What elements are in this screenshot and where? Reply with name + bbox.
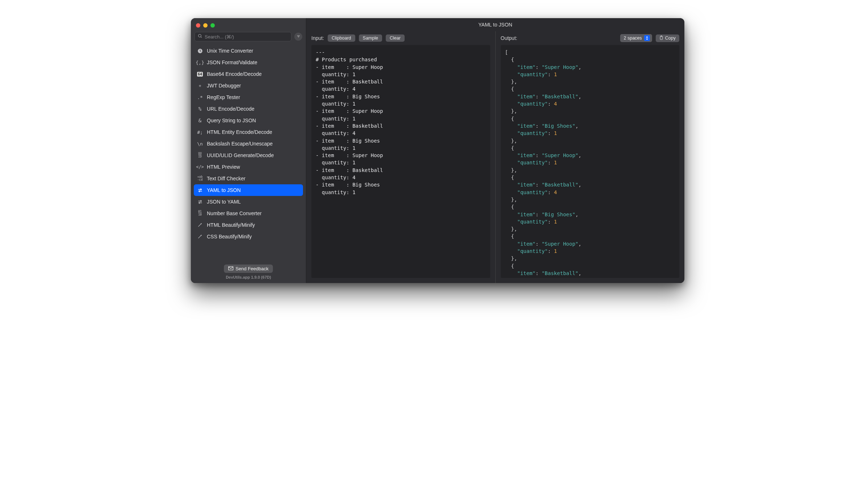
sidebar-item-unix-time-converter[interactable]: Unix Time Converter [194, 45, 303, 57]
sidebar-item-label: HTML Entity Encode/Decode [207, 129, 272, 135]
sidebar-item-label: HTML Beautify/Minify [207, 222, 255, 228]
sidebar-item-json-to-yaml[interactable]: JSON to YAML [194, 196, 303, 208]
zoom-window-button[interactable] [210, 23, 215, 28]
sidebar-item-label: YAML to JSON [207, 187, 241, 193]
b64-icon: 64 [197, 71, 203, 77]
main-area: YAML to JSON Input: Clipboard Sample Cle… [306, 18, 684, 283]
jwt-icon: ✳︎ [197, 82, 203, 89]
sidebar-item-label: UUID/ULID Generate/Decode [207, 152, 274, 158]
sidebar-item-label: Query String to JSON [207, 118, 256, 123]
minimize-window-button[interactable] [203, 23, 208, 28]
window-controls [191, 18, 306, 30]
title-bar: YAML to JSON [306, 18, 684, 31]
sidebar-item-label: Text Diff Checker [207, 176, 245, 181]
sidebar-item-jwt-debugger[interactable]: ✳︎JWT Debugger [194, 80, 303, 91]
sample-button[interactable]: Sample [359, 34, 382, 42]
hash-icon: #; [197, 129, 203, 135]
app-window: Unix Time Converter{,}JSON Format/Valida… [191, 18, 684, 283]
regex-icon: .* [197, 94, 203, 101]
input-editor[interactable]: --- # Products purchased - item : Super … [311, 45, 490, 278]
swap-icon [197, 187, 203, 193]
sidebar-item-label: JSON to YAML [207, 199, 241, 205]
sidebar-item-backslash-escape-unescape[interactable]: \nBackslash Escape/Unescape [194, 138, 303, 149]
send-feedback-button[interactable]: Send Feedback [224, 265, 273, 273]
sidebar-item-label: Base64 Encode/Decode [207, 71, 262, 77]
sidebar: Unix Time Converter{,}JSON Format/Valida… [191, 18, 306, 283]
input-label: Input: [311, 35, 324, 41]
sidebar-item-url-encode-decode[interactable]: %URL Encode/Decode [194, 103, 303, 115]
sidebar-item-css-beautify-minify[interactable]: CSS Beautify/Minify [194, 231, 303, 242]
clear-button[interactable]: Clear [386, 34, 405, 42]
input-text[interactable]: --- # Products purchased - item : Super … [316, 49, 486, 196]
window-title: YAML to JSON [478, 22, 512, 28]
svg-line-1 [201, 37, 202, 38]
sidebar-item-number-base-converter[interactable]: 0110Number Base Converter [194, 208, 303, 219]
bslash-icon: \n [197, 140, 203, 147]
envelope-icon [228, 266, 233, 271]
sidebar-item-label: Number Base Converter [207, 210, 262, 216]
svg-point-0 [198, 34, 201, 37]
sidebar-item-text-diff-checker[interactable]: +ab-cdText Diff Checker [194, 173, 303, 184]
close-window-button[interactable] [196, 23, 200, 28]
sidebar-item-label: JWT Debugger [207, 83, 241, 89]
chevron-updown-icon [644, 35, 650, 41]
sidebar-item-label: JSON Format/Validate [207, 60, 257, 65]
wand-icon [197, 233, 203, 240]
tag-icon: </> [197, 164, 203, 170]
tool-list[interactable]: Unix Time Converter{,}JSON Format/Valida… [191, 45, 306, 262]
output-text: [ { "item": "Super Hoop", "quantity": 1 … [505, 49, 675, 278]
sidebar-item-label: Unix Time Converter [207, 48, 253, 54]
wand-icon [197, 222, 203, 228]
uuid-icon: UUID [197, 152, 203, 159]
sidebar-item-label: Backslash Escape/Unescape [207, 141, 273, 147]
indent-select-value: 2 spaces [624, 36, 642, 41]
output-label: Output: [501, 35, 517, 41]
diff-icon: +ab-cd [197, 175, 203, 182]
percent-icon: % [197, 106, 203, 112]
clipboard-button[interactable]: Clipboard [328, 34, 355, 42]
amp-icon: & [197, 117, 203, 124]
sidebar-item-query-string-to-json[interactable]: &Query String to JSON [194, 115, 303, 126]
input-pane: Input: Clipboard Sample Clear --- # Prod… [306, 31, 495, 283]
braces-icon: {,} [197, 59, 203, 66]
sidebar-item-label: URL Encode/Decode [207, 106, 254, 112]
output-viewer[interactable]: [ { "item": "Super Hoop", "quantity": 1 … [501, 45, 680, 278]
search-icon [198, 34, 202, 40]
clipboard-icon [659, 36, 663, 41]
sidebar-item-base64-encode-decode[interactable]: 64Base64 Encode/Decode [194, 68, 303, 80]
sidebar-item-label: HTML Preview [207, 164, 240, 170]
sidebar-item-uuid-ulid-generate-decode[interactable]: UUIDUUID/ULID Generate/Decode [194, 149, 303, 161]
send-feedback-label: Send Feedback [236, 266, 269, 271]
filter-button[interactable] [294, 33, 302, 41]
copy-button[interactable]: Copy [656, 34, 679, 42]
indent-select[interactable]: 2 spaces [620, 34, 652, 42]
sidebar-item-yaml-to-json[interactable]: YAML to JSON [194, 184, 303, 196]
bits-icon: 0110 [197, 210, 203, 217]
clock-icon [197, 48, 203, 54]
sidebar-item-label: CSS Beautify/Minify [207, 234, 252, 239]
sidebar-item-label: RegExp Tester [207, 94, 240, 100]
sidebar-item-html-preview[interactable]: </>HTML Preview [194, 161, 303, 173]
search-input[interactable] [205, 34, 288, 40]
app-version: DevUtils.app 1.9.0 (67D) [191, 275, 306, 279]
sidebar-item-html-beautify-minify[interactable]: HTML Beautify/Minify [194, 219, 303, 231]
copy-label: Copy [665, 36, 676, 41]
sidebar-item-html-entity-encode-decode[interactable]: #;HTML Entity Encode/Decode [194, 126, 303, 138]
search-input-wrapper[interactable] [195, 32, 291, 41]
filter-icon [296, 34, 300, 39]
sidebar-footer: Send Feedback DevUtils.app 1.9.0 (67D) [191, 262, 306, 283]
output-pane: Output: 2 spaces Copy [495, 31, 685, 283]
sidebar-item-json-format-validate[interactable]: {,}JSON Format/Validate [194, 57, 303, 68]
swap-icon [197, 198, 203, 205]
sidebar-item-regexp-tester[interactable]: .*RegExp Tester [194, 91, 303, 103]
